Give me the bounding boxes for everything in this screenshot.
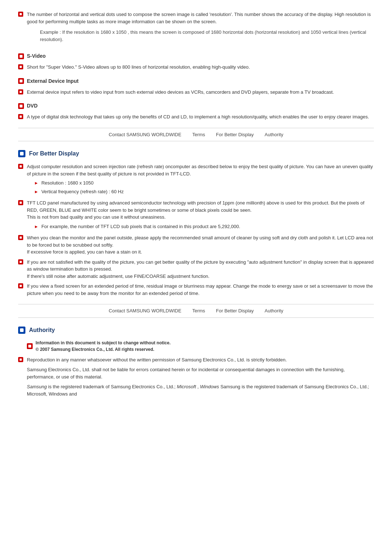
dvd-heading: DVD	[18, 102, 374, 110]
authority-note: Information in this document is subject …	[27, 340, 374, 353]
fbd-bullet-4-content: If you are not satisfied with the qualit…	[27, 259, 374, 280]
arrow-icon-1-1: ►	[34, 180, 38, 186]
bullet-icon-external	[18, 89, 23, 94]
bullet-icon-fbd1	[18, 164, 23, 169]
arrow-icon-1-2: ►	[34, 189, 38, 195]
nav2-forbetterdisplay[interactable]: For Better Display	[216, 307, 254, 315]
fbd-bullet-5: If you view a fixed screen for an extend…	[18, 283, 374, 297]
bullet-icon-dvd	[18, 114, 23, 119]
nav2-authority[interactable]: Authority	[265, 307, 283, 315]
authority-microsoft-italic: Microsoft	[177, 384, 196, 389]
nav1-contact[interactable]: Contact SAMSUNG WORLDWIDE	[109, 131, 181, 138]
svideo-section: S-Video Short for "Super Video." S-Video…	[18, 52, 374, 71]
external-heading: External Device Input	[18, 77, 374, 85]
authority-para-2: Samsung Electronics Co., Ltd. shall not …	[27, 366, 374, 380]
dvd-section: DVD A type of digital disk technology th…	[18, 102, 374, 121]
svideo-icon	[18, 53, 24, 59]
fbd-bullet-1-content: Adjust computer resolution and screen in…	[27, 163, 374, 197]
bullet-icon-fbd2	[18, 200, 23, 205]
authority-paragraphs: Reproduction in any manner whatsoever wi…	[27, 356, 374, 401]
svideo-bullet: Short for "Super Video." S-Video allows …	[18, 64, 374, 71]
resolution-bullet: The number of horizontal and vertical do…	[18, 11, 374, 46]
resolution-example: Example : If the resolution is 1680 x 10…	[40, 29, 374, 43]
forbetterdisplay-heading: For Better Display	[18, 149, 374, 158]
bullet-icon-fbd5	[18, 283, 23, 288]
fbd-sub-bullet-2-1: ► For example, the number of TFT LCD sub…	[34, 223, 374, 230]
svideo-heading: S-Video	[18, 52, 374, 60]
external-icon	[18, 78, 24, 84]
bullet-icon-svideo	[18, 64, 23, 69]
authority-section: Authority Information in this document i…	[18, 326, 374, 401]
fbd-sub-bullet-1-2: ► Vertical frequency (refresh rate) : 60…	[34, 188, 374, 195]
resolution-main-text: The number of horizontal and vertical do…	[27, 12, 371, 24]
dvd-bullet: A type of digital disk technology that t…	[18, 113, 374, 121]
bullet-icon-fbd4	[18, 259, 23, 264]
fbd-bullet-2: TFT LCD panel manufactured by using adva…	[18, 199, 374, 231]
dvd-icon	[18, 103, 24, 109]
authority-samsung-italic: Samsung	[27, 384, 47, 389]
svideo-text: Short for "Super Video." S-Video allows …	[27, 64, 250, 71]
authority-para-3: Samsung is the registered trademark of S…	[27, 383, 374, 397]
external-text: External device input refers to video in…	[27, 89, 334, 96]
fbd-bullet-2-content: TFT LCD panel manufactured by using adva…	[27, 199, 374, 231]
nav2-contact[interactable]: Contact SAMSUNG WORLDWIDE	[109, 307, 181, 315]
arrow-icon-2-1: ►	[34, 223, 38, 230]
authority-bullet: Reproduction in any manner whatsoever wi…	[18, 356, 374, 401]
dvd-text: A type of digital disk technology that t…	[27, 113, 369, 121]
fbd-bullet-5-content: If you view a fixed screen for an extend…	[27, 283, 374, 297]
forbetterdisplay-icon	[18, 150, 25, 157]
forbetterdisplay-section: For Better Display Adjust computer resol…	[18, 149, 374, 297]
nav1-authority[interactable]: Authority	[265, 131, 283, 138]
bullet-icon-fbd3	[18, 235, 23, 240]
authority-heading: Authority	[18, 326, 374, 335]
fbd-bullet-1: Adjust computer resolution and screen in…	[18, 163, 374, 197]
nav2-terms[interactable]: Terms	[192, 307, 205, 315]
fbd-bullet-1-subbullets: ► Resolution : 1680 x 1050 ► Vertical fr…	[34, 179, 374, 195]
fbd-bullet-3-content: When you clean the monitor and the panel…	[27, 234, 374, 256]
navbar-2: Contact SAMSUNG WORLDWIDE Terms For Bett…	[18, 304, 374, 318]
external-section: External Device Input External device in…	[18, 77, 374, 96]
authority-note-icon	[27, 343, 33, 349]
nav1-forbetterdisplay[interactable]: For Better Display	[216, 131, 254, 138]
authority-note1: Information in this document is subject …	[36, 340, 171, 346]
nav1-terms[interactable]: Terms	[192, 131, 205, 138]
authority-windows-italic: Windows	[200, 384, 219, 389]
fbd-bullet-3: When you clean the monitor and the panel…	[18, 234, 374, 256]
external-bullet: External device input refers to video in…	[18, 89, 374, 96]
authority-para-1: Reproduction in any manner whatsoever wi…	[27, 356, 374, 364]
authority-icon	[18, 327, 25, 334]
fbd-bullet-4: If you are not satisfied with the qualit…	[18, 259, 374, 280]
fbd-sub-bullet-1-1: ► Resolution : 1680 x 1050	[34, 179, 374, 187]
bullet-icon-authority	[18, 357, 23, 362]
resolution-text: The number of horizontal and vertical do…	[27, 11, 374, 46]
authority-note2: © 2007 Samsung Electronics Co., Ltd. All…	[36, 346, 171, 353]
authority-note-icon-row: Information in this document is subject …	[27, 340, 374, 353]
fbd-bullet-2-subbullets: ► For example, the number of TFT LCD sub…	[34, 223, 374, 230]
navbar-1: Contact SAMSUNG WORLDWIDE Terms For Bett…	[18, 128, 374, 142]
bullet-icon-resolution	[18, 12, 23, 17]
